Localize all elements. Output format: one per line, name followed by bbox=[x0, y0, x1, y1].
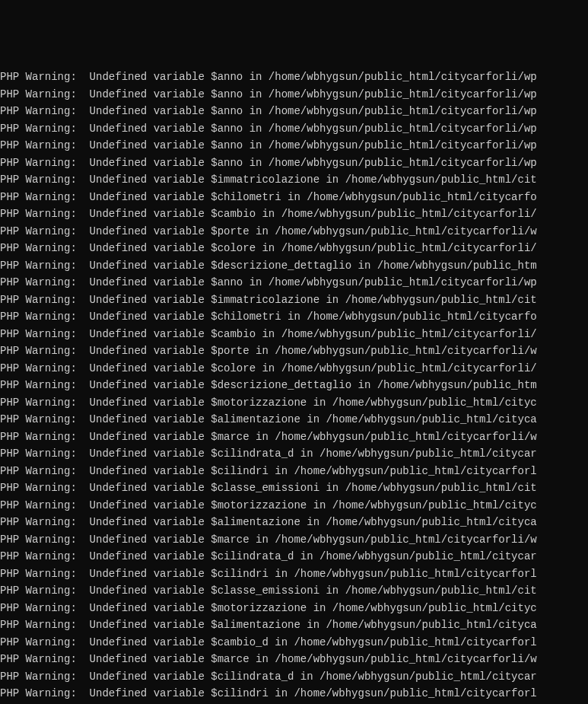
log-line: PHP Warning: Undefined variable $marce i… bbox=[0, 651, 588, 668]
log-line: PHP Warning: Undefined variable $anno in… bbox=[0, 137, 588, 154]
log-line: PHP Warning: Undefined variable $colore … bbox=[0, 240, 588, 257]
log-line: PHP Warning: Undefined variable $porte i… bbox=[0, 342, 588, 360]
log-line: PHP Warning: Undefined variable $anno in… bbox=[0, 154, 588, 172]
log-line: PHP Warning: Undefined variable $motoriz… bbox=[0, 394, 588, 412]
log-line: PHP Warning: Undefined variable $anno in… bbox=[0, 274, 588, 291]
log-line: PHP Warning: Undefined variable $anno in… bbox=[0, 120, 588, 138]
log-line: PHP Warning: Undefined variable $anno in… bbox=[0, 86, 588, 104]
log-line: PHP Warning: Undefined variable $classe_… bbox=[0, 582, 588, 600]
log-line: PHP Warning: Undefined variable $cilindr… bbox=[0, 445, 588, 463]
log-line: PHP Warning: Undefined variable $descriz… bbox=[0, 377, 588, 394]
log-line: PHP Warning: Undefined variable $cambio … bbox=[0, 205, 588, 223]
log-line: PHP Warning: Undefined variable $aliment… bbox=[0, 514, 588, 531]
log-line: PHP Warning: Undefined variable $classe_… bbox=[0, 479, 588, 497]
log-line: PHP Warning: Undefined variable $cambio … bbox=[0, 326, 588, 343]
log-line: PHP Warning: Undefined variable $cambio_… bbox=[0, 634, 588, 651]
log-line: PHP Warning: Undefined variable $aliment… bbox=[0, 411, 588, 428]
log-line: PHP Warning: Undefined variable $aliment… bbox=[0, 616, 588, 634]
log-line: PHP Warning: Undefined variable $chilome… bbox=[0, 189, 588, 206]
log-line: PHP Warning: Undefined variable $immatri… bbox=[0, 291, 588, 309]
log-line: PHP Warning: Undefined variable $motoriz… bbox=[0, 497, 588, 514]
log-line: PHP Warning: Undefined variable $cilindr… bbox=[0, 668, 588, 686]
log-line: PHP Warning: Undefined variable $porte i… bbox=[0, 223, 588, 241]
log-line: PHP Warning: Undefined variable $cilindr… bbox=[0, 548, 588, 565]
log-line: PHP Warning: Undefined variable $cilindr… bbox=[0, 565, 588, 583]
log-line: PHP Warning: Undefined variable $marce i… bbox=[0, 531, 588, 549]
log-line: PHP Warning: Undefined variable $cilindr… bbox=[0, 463, 588, 480]
log-line: PHP Warning: Undefined variable $chilome… bbox=[0, 308, 588, 326]
log-line: PHP Warning: Undefined variable $cilindr… bbox=[0, 685, 588, 702]
log-line: PHP Warning: Undefined variable $colore … bbox=[0, 360, 588, 377]
log-line: PHP Warning: Undefined variable $marce i… bbox=[0, 428, 588, 446]
log-line: PHP Warning: Undefined variable $anno in… bbox=[0, 103, 588, 120]
log-line: PHP Warning: Undefined variable $anno in… bbox=[0, 68, 588, 86]
log-line: PHP Warning: Undefined variable $immatri… bbox=[0, 171, 588, 189]
log-line: PHP Warning: Undefined variable $descriz… bbox=[0, 257, 588, 275]
log-line: PHP Warning: Undefined variable $motoriz… bbox=[0, 600, 588, 617]
terminal-output: PHP Warning: Undefined variable $anno in… bbox=[0, 68, 588, 704]
